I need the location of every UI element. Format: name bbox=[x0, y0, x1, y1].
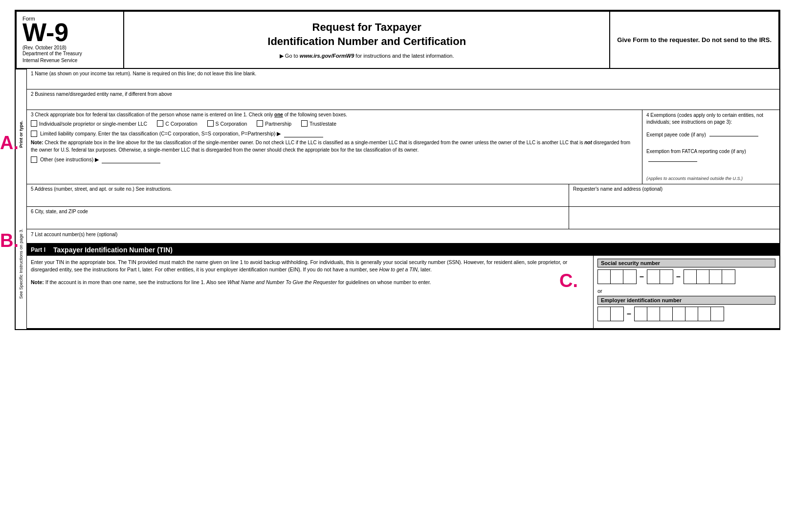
requesters-address-input[interactable] bbox=[569, 207, 779, 229]
other-input[interactable] bbox=[102, 155, 160, 163]
row5: 5 Address (number, street, and apt. or s… bbox=[27, 184, 779, 207]
form-name: W-9 bbox=[22, 20, 117, 45]
row5-label: 5 Address (number, street, and apt. or s… bbox=[31, 186, 565, 192]
row7-label: 7 List account number(s) here (optional) bbox=[31, 232, 117, 237]
cb-trust[interactable]: Trust/estate bbox=[301, 120, 336, 127]
row1: 1 Name (as shown on your income tax retu… bbox=[27, 69, 779, 89]
note-text: Note: Check the appropriate box in the l… bbox=[31, 139, 638, 154]
form-container: Form W-9 (Rev. October 2018) Department … bbox=[15, 10, 780, 330]
ssn-section: Social security number – bbox=[597, 259, 775, 284]
side-label-see: See Specific Instructions on page 3. bbox=[16, 199, 26, 329]
ein-group2[interactable] bbox=[634, 307, 724, 321]
label-a: A. bbox=[0, 133, 19, 154]
row1-input[interactable] bbox=[31, 76, 775, 87]
ssn-boxes: – – bbox=[597, 269, 775, 284]
ssn-cell-5[interactable] bbox=[660, 270, 673, 284]
other-label: Other (see instructions) ▶ bbox=[40, 156, 99, 162]
row5-left: 5 Address (number, street, and apt. or s… bbox=[27, 184, 569, 206]
ssn-group3[interactable] bbox=[684, 269, 735, 284]
part1-body: Enter your TIN in the appropriate box. T… bbox=[27, 256, 779, 329]
cb-individual[interactable]: Individual/sole proprietor or single-mem… bbox=[31, 120, 147, 127]
cb-partnership[interactable]: Partnership bbox=[257, 120, 291, 127]
row6: 6 City, state, and ZIP code bbox=[27, 207, 779, 229]
header-center: Request for Taxpayer Identification Numb… bbox=[124, 12, 610, 68]
give-form-text: Give Form to the requester. Do not send … bbox=[617, 35, 772, 45]
ssn-cell-1[interactable] bbox=[598, 270, 611, 284]
ssn-cell-9[interactable] bbox=[722, 270, 735, 284]
ein-cell-5[interactable] bbox=[660, 307, 673, 321]
cb-llc-box[interactable] bbox=[31, 131, 37, 137]
exemptions-title: 4 Exemptions (codes apply only to certai… bbox=[646, 112, 775, 126]
ssn-cell-8[interactable] bbox=[709, 270, 722, 284]
ein-label: Employer identification number bbox=[597, 296, 775, 305]
part1-title: Taxpayer Identification Number (TIN) bbox=[53, 246, 173, 254]
row2: 2 Business name/disregarded entity name,… bbox=[27, 89, 779, 110]
ssn-cell-6[interactable] bbox=[684, 270, 697, 284]
header-left: Form W-9 (Rev. October 2018) Department … bbox=[17, 12, 124, 68]
side-labels: Print or type. See Specific Instructions… bbox=[16, 69, 26, 329]
form-goto: ▶ Go to www.irs.gov/FormW9 for instructi… bbox=[280, 53, 454, 59]
header-right: Give Form to the requester. Do not send … bbox=[610, 12, 778, 68]
llc-label: Limited liability company. Enter the tax… bbox=[40, 131, 281, 136]
ein-boxes: – bbox=[597, 307, 775, 321]
form-rev: (Rev. October 2018) bbox=[22, 45, 117, 50]
ein-cell-9[interactable] bbox=[711, 307, 724, 321]
ein-section: Employer identification number – bbox=[597, 296, 775, 321]
fatca-input[interactable] bbox=[648, 155, 697, 162]
ein-cell-3[interactable] bbox=[635, 307, 647, 321]
cb-ccorp-box[interactable] bbox=[157, 120, 163, 127]
requesters-label: Requester's name and address (optional) bbox=[573, 186, 775, 192]
row6-left: 6 City, state, and ZIP code bbox=[27, 207, 569, 229]
row5-input[interactable] bbox=[31, 192, 565, 204]
ssn-cell-3[interactable] bbox=[623, 270, 636, 284]
part1-label: Part I bbox=[31, 246, 45, 253]
ein-cell-4[interactable] bbox=[647, 307, 660, 321]
cb-individual-box[interactable] bbox=[31, 120, 37, 127]
fatca-label: Exemption from FATCA reporting code (if … bbox=[646, 148, 775, 155]
row6-input[interactable] bbox=[31, 214, 565, 227]
row2-label: 2 Business name/disregarded entity name,… bbox=[31, 91, 775, 97]
cb-partnership-box[interactable] bbox=[257, 120, 263, 127]
exemptions-panel: 4 Exemptions (codes apply only to certai… bbox=[642, 110, 779, 184]
ein-cell-6[interactable] bbox=[673, 307, 685, 321]
label-b: B. bbox=[0, 230, 19, 251]
part1-note: Note: If the account is in more than one… bbox=[31, 279, 589, 287]
ssn-cell-7[interactable] bbox=[697, 270, 709, 284]
cb-partnership-label: Partnership bbox=[265, 121, 291, 127]
ein-sep: – bbox=[626, 310, 632, 318]
cb-trust-label: Trust/estate bbox=[309, 121, 336, 127]
row3-label: 3 Check appropriate box for federal tax … bbox=[31, 112, 638, 117]
label-c: C. bbox=[559, 270, 578, 291]
ein-cell-2[interactable] bbox=[611, 307, 623, 321]
exempt-payee-input[interactable] bbox=[709, 130, 758, 136]
llc-input[interactable] bbox=[284, 130, 323, 137]
part1-text-area: Enter your TIN in the appropriate box. T… bbox=[27, 256, 594, 328]
cb-scorp-label: S Corporation bbox=[216, 121, 247, 127]
cb-ccorp[interactable]: C Corporation bbox=[157, 120, 197, 127]
ssn-sep1: – bbox=[639, 272, 645, 281]
ein-cell-1[interactable] bbox=[598, 307, 611, 321]
ssn-cell-2[interactable] bbox=[611, 270, 623, 284]
cb-ccorp-label: C Corporation bbox=[165, 121, 197, 127]
ein-cell-8[interactable] bbox=[698, 307, 711, 321]
cb-trust-box[interactable] bbox=[301, 120, 308, 127]
form-dept1: Department of the Treasury bbox=[22, 50, 117, 57]
row2-input[interactable] bbox=[31, 97, 775, 108]
ssn-group1[interactable] bbox=[597, 269, 637, 284]
ssn-cell-4[interactable] bbox=[647, 270, 660, 284]
form-main-content: A. B. 1 Name (as shown on your income ta… bbox=[26, 69, 779, 329]
form-title: Request for Taxpayer Identification Numb… bbox=[267, 21, 466, 48]
ein-cell-7[interactable] bbox=[685, 307, 698, 321]
other-row: Other (see instructions) ▶ bbox=[31, 155, 638, 163]
part1-paragraph: Enter your TIN in the appropriate box. T… bbox=[31, 259, 589, 274]
cb-scorp[interactable]: S Corporation bbox=[207, 120, 247, 127]
row3-container: 3 Check appropriate box for federal tax … bbox=[27, 110, 779, 184]
form-header: Form W-9 (Rev. October 2018) Department … bbox=[16, 11, 779, 69]
ssn-sep2: – bbox=[675, 272, 682, 281]
form-dept2: Internal Revenue Service bbox=[22, 57, 117, 64]
cb-individual-label: Individual/sole proprietor or single-mem… bbox=[39, 121, 147, 127]
cb-scorp-box[interactable] bbox=[207, 120, 214, 127]
ssn-group2[interactable] bbox=[647, 269, 673, 284]
cb-other-box[interactable] bbox=[31, 156, 37, 163]
ein-group1[interactable] bbox=[597, 307, 624, 321]
